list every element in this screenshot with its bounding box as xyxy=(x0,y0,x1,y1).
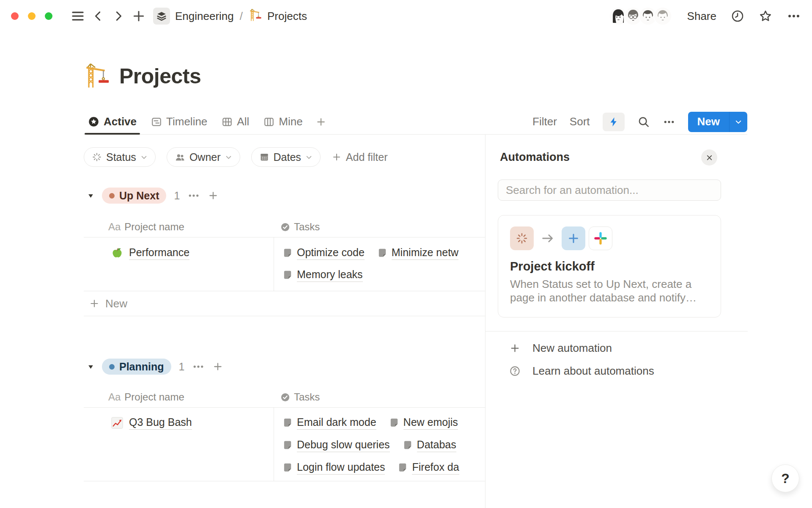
group-planning: Planning 1 Aa Project name Tasks xyxy=(84,358,486,481)
page-title[interactable]: Projects xyxy=(119,64,201,88)
task-link[interactable]: Email dark mode xyxy=(283,416,376,430)
filter-row: Status Owner Dates Add filter xyxy=(84,147,388,167)
task-link[interactable]: Memory leaks xyxy=(283,268,363,282)
green-apple-icon xyxy=(111,247,123,260)
sort-button[interactable]: Sort xyxy=(570,115,590,128)
breadcrumb-separator: / xyxy=(240,10,243,23)
timeline-view-icon xyxy=(151,116,162,127)
add-filter-button[interactable]: Add filter xyxy=(332,151,388,163)
collapse-triangle-icon[interactable] xyxy=(87,363,94,370)
chevron-down-icon xyxy=(140,154,148,161)
status-filter-chip[interactable]: Status xyxy=(84,147,156,167)
more-options-icon[interactable] xyxy=(787,9,801,23)
people-icon xyxy=(175,152,185,163)
automation-card[interactable]: Project kickoff When Status set to Up Ne… xyxy=(498,215,721,318)
tab-timeline[interactable]: Timeline xyxy=(147,109,211,134)
search-view-icon[interactable] xyxy=(637,116,650,128)
group-status-pill[interactable]: Up Next xyxy=(102,188,166,204)
star-circle-icon xyxy=(88,116,99,127)
page-icon xyxy=(398,463,408,473)
close-icon xyxy=(705,154,713,162)
filter-button[interactable]: Filter xyxy=(532,115,557,128)
text-property-icon: Aa xyxy=(108,391,121,403)
tab-active[interactable]: Active xyxy=(84,109,141,134)
new-page-icon[interactable] xyxy=(130,8,147,25)
new-dropdown-button[interactable] xyxy=(730,112,747,132)
lightning-icon xyxy=(608,116,619,127)
project-name-cell[interactable]: Performance xyxy=(84,237,274,291)
help-button[interactable]: ? xyxy=(771,464,799,492)
learn-about-automations-link[interactable]: Learn about automations xyxy=(486,360,748,382)
page-icon xyxy=(403,440,413,450)
project-link[interactable]: Q3 Bug Bash xyxy=(129,416,192,430)
plus-icon xyxy=(509,342,521,354)
group-status-pill[interactable]: Planning xyxy=(102,359,171,375)
tab-all[interactable]: All xyxy=(217,109,253,134)
breadcrumb-page[interactable]: Projects xyxy=(267,10,307,23)
task-link[interactable]: Optimize code xyxy=(283,246,365,260)
new-button[interactable]: New xyxy=(688,112,729,132)
table-row: Q3 Bug Bash Email dark mode New emojis xyxy=(84,408,486,481)
page-icon xyxy=(283,418,293,428)
page-icon xyxy=(283,463,293,473)
group-options-icon[interactable] xyxy=(192,360,205,373)
group-options-icon[interactable] xyxy=(187,189,200,202)
window-titlebar: Engineering / Projects xyxy=(0,0,812,32)
traffic-lights xyxy=(11,12,52,20)
add-view-button[interactable] xyxy=(313,109,329,134)
chevron-down-icon xyxy=(225,154,232,161)
automations-panel: Automations Project kickoff Wh xyxy=(485,135,747,508)
forward-icon[interactable] xyxy=(110,8,127,25)
task-link[interactable]: Minimize netw xyxy=(377,246,458,260)
teamspace-icon[interactable] xyxy=(153,8,170,25)
breadcrumb-teamspace[interactable]: Engineering xyxy=(175,10,234,23)
table-view-icon xyxy=(222,116,233,127)
minimize-window-button[interactable] xyxy=(28,12,36,20)
text-property-icon: Aa xyxy=(108,221,121,233)
collaborator-avatars[interactable] xyxy=(609,7,672,25)
updates-clock-icon[interactable] xyxy=(731,9,744,23)
sidebar-menu-icon[interactable] xyxy=(69,8,86,25)
project-link[interactable]: Performance xyxy=(129,246,189,260)
plus-icon xyxy=(315,116,326,127)
project-name-cell[interactable]: Q3 Bug Bash xyxy=(84,408,274,481)
close-window-button[interactable] xyxy=(11,12,19,20)
tab-mine[interactable]: Mine xyxy=(259,109,307,134)
share-button[interactable]: Share xyxy=(687,10,716,23)
close-panel-button[interactable] xyxy=(701,149,717,166)
plus-icon xyxy=(332,152,342,162)
view-options-icon[interactable] xyxy=(663,116,675,128)
task-link[interactable]: New emojis xyxy=(389,416,458,430)
calendar-icon xyxy=(259,152,269,162)
group-count: 1 xyxy=(179,361,185,373)
column-header-tasks[interactable]: Tasks xyxy=(274,391,486,403)
back-icon[interactable] xyxy=(90,8,107,25)
status-dot xyxy=(109,364,115,370)
column-header-project-name[interactable]: Aa Project name xyxy=(84,391,274,403)
new-row-button[interactable]: New xyxy=(84,291,486,316)
dates-filter-chip[interactable]: Dates xyxy=(251,147,321,167)
page-icon xyxy=(377,248,387,258)
page-icon xyxy=(389,418,399,428)
panel-title: Automations xyxy=(500,151,570,164)
automations-lightning-button[interactable] xyxy=(603,113,625,131)
task-link[interactable]: Login flow updates xyxy=(283,461,385,475)
owner-filter-chip[interactable]: Owner xyxy=(167,147,240,167)
collapse-triangle-icon[interactable] xyxy=(87,192,94,199)
zoom-window-button[interactable] xyxy=(45,12,52,20)
column-header-tasks[interactable]: Tasks xyxy=(274,221,486,233)
task-link[interactable]: Firefox da xyxy=(398,461,459,475)
task-link[interactable]: Databas xyxy=(403,439,456,452)
table-header: Aa Project name Tasks xyxy=(84,387,486,408)
tasks-cell: Email dark mode New emojis Debug slow qu… xyxy=(274,408,486,481)
page-icon xyxy=(283,270,293,280)
task-link[interactable]: Debug slow queries xyxy=(283,439,390,452)
status-dot xyxy=(109,193,115,199)
group-add-icon[interactable] xyxy=(208,190,219,201)
favorite-star-icon[interactable] xyxy=(759,9,772,23)
group-add-icon[interactable] xyxy=(212,361,223,372)
column-header-project-name[interactable]: Aa Project name xyxy=(84,221,274,233)
new-automation-button[interactable]: New automation xyxy=(486,337,748,359)
automation-search-input[interactable] xyxy=(498,179,721,201)
breadcrumb: Engineering / Projects xyxy=(153,8,307,25)
